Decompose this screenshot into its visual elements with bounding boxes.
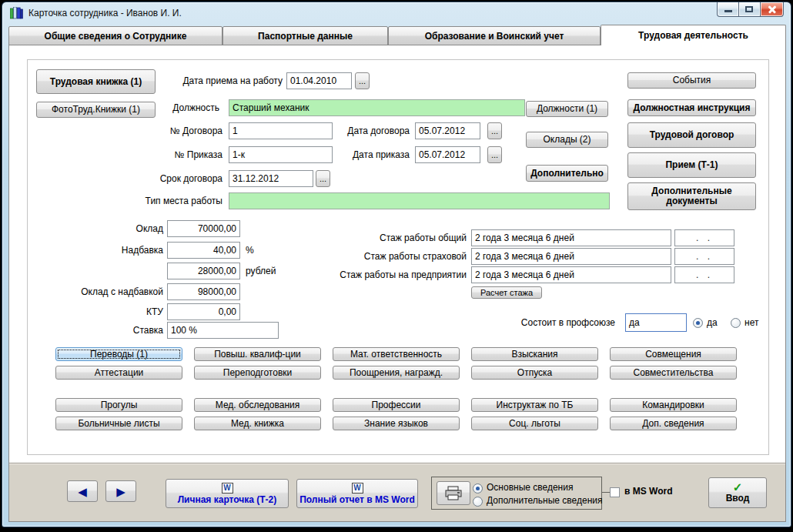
percent-unit-label: % xyxy=(246,242,276,259)
tab-labor-activity[interactable]: Трудовая деятельность xyxy=(601,25,786,45)
personal-card-t2-button[interactable]: W Личная карточка (Т-2) xyxy=(166,479,289,508)
social-benefits-button[interactable]: Соц. льготы xyxy=(471,417,598,430)
arrow-right-icon: ▶ xyxy=(116,487,125,497)
tab-general-info[interactable]: Общие сведения о Сотруднике xyxy=(8,26,223,45)
ms-word-icon: W xyxy=(352,483,363,494)
window-title: Карточка сотрудника - Иванов И. И. xyxy=(28,8,182,18)
restore-button[interactable] xyxy=(739,2,760,17)
union-no-label: нет xyxy=(744,314,758,331)
hire-date-label: Дата приема на работу xyxy=(125,72,283,89)
medical-book-button[interactable]: Мед. книжка xyxy=(194,417,321,430)
attestations-button[interactable]: Аттестации xyxy=(55,366,182,380)
combined-posts-button[interactable]: Совмещения xyxy=(610,347,737,361)
print-button[interactable] xyxy=(437,481,470,505)
salary-base-field[interactable]: 70000,00 xyxy=(167,220,240,237)
workplace-type-field[interactable] xyxy=(229,192,610,209)
union-yes-radio[interactable] xyxy=(693,318,703,328)
tab-education-military[interactable]: Образование и Воинский учет xyxy=(388,26,601,45)
experience-total-label: Стаж работы общий xyxy=(302,229,467,246)
enter-button-label: Ввод xyxy=(726,494,750,504)
additional-info-button[interactable]: Доп. сведения xyxy=(610,417,737,430)
employee-card-window: Карточка сотрудника - Иванов И. И. Общие… xyxy=(2,2,791,527)
retrainings-button[interactable]: Переподготовки xyxy=(194,366,321,380)
labor-contract-button[interactable]: Трудовой договор xyxy=(627,122,756,148)
penalties-button[interactable]: Взыскания xyxy=(471,347,598,361)
contract-term-picker-button[interactable]: ... xyxy=(316,170,330,187)
positions-button[interactable]: Должности (1) xyxy=(526,101,608,117)
union-no-radio[interactable] xyxy=(731,318,741,328)
medical-examinations-button[interactable]: Мед. обследования xyxy=(194,398,321,412)
in-ms-word-checkbox[interactable] xyxy=(610,487,620,497)
qualification-upgrade-button[interactable]: Повыш. квалиф-ции xyxy=(194,347,321,361)
hire-date-field[interactable]: 01.04.2010 xyxy=(286,72,352,89)
calc-experience-button[interactable]: Расчет стажа xyxy=(471,286,542,299)
job-description-button[interactable]: Должностная инструкция xyxy=(627,99,756,116)
order-no-label: № Приказа xyxy=(86,146,223,163)
business-trips-button[interactable]: Командировки xyxy=(610,398,737,412)
minimize-button[interactable] xyxy=(717,2,739,17)
contract-no-label: № Договора xyxy=(86,122,223,139)
contract-date-picker-button[interactable]: ... xyxy=(487,122,502,139)
contract-date-label: Дата договора xyxy=(310,122,410,139)
rubles-unit-label: рублей xyxy=(246,263,292,279)
full-report-word-button[interactable]: W Полный отчет в MS Word xyxy=(296,479,418,508)
workplace-type-label: Тип места работы xyxy=(86,192,223,209)
events-button[interactable]: События xyxy=(627,72,756,89)
bonus-percent-field[interactable]: 40,00 xyxy=(167,242,240,259)
close-button[interactable] xyxy=(760,2,784,17)
rewards-button[interactable]: Поощрения, награжд. xyxy=(333,366,460,380)
restore-icon xyxy=(745,6,753,12)
print-main-radio[interactable] xyxy=(473,483,483,494)
experience-company-field[interactable]: 2 года 3 месяца 6 дней xyxy=(471,266,671,283)
bonus-label: Надбавка xyxy=(25,242,163,259)
next-employee-button[interactable]: ▶ xyxy=(105,480,136,502)
order-date-field[interactable]: 05.07.2012 xyxy=(415,146,480,163)
extra-documents-button[interactable]: Дополнительные документы xyxy=(627,182,756,210)
minimize-icon xyxy=(724,10,732,12)
printer-icon xyxy=(444,486,463,501)
enter-button[interactable]: ✓ Ввод xyxy=(708,477,767,508)
professions-button[interactable]: Профессии xyxy=(333,398,460,412)
absences-button[interactable]: Прогулы xyxy=(55,398,182,412)
material-responsibility-button[interactable]: Мат. ответственность xyxy=(333,347,460,361)
union-field[interactable]: да xyxy=(625,313,687,332)
experience-company-label: Стаж работы на предприятии xyxy=(302,266,467,283)
experience-insurance-date-field[interactable]: . . xyxy=(674,248,734,265)
labor-activity-page: Трудовая книжка (1) ФотоТруд.Книжки (1) … xyxy=(8,45,786,522)
language-skills-button[interactable]: Знание языков xyxy=(333,417,460,430)
secondary-employment-button[interactable]: Совместительства xyxy=(610,366,737,380)
prev-employee-button[interactable]: ◀ xyxy=(67,480,98,502)
contract-date-field[interactable]: 05.07.2012 xyxy=(415,122,480,139)
hire-date-picker-button[interactable]: ... xyxy=(355,72,370,89)
vacations-button[interactable]: Отпуска xyxy=(471,366,598,380)
ktu-field[interactable]: 0,00 xyxy=(167,303,240,320)
ktu-label: КТУ xyxy=(25,303,163,320)
print-additional-radio[interactable] xyxy=(473,497,483,507)
order-date-picker-button[interactable]: ... xyxy=(487,146,502,163)
title-bar: Карточка сотрудника - Иванов И. И. xyxy=(2,2,791,24)
arrow-left-icon: ◀ xyxy=(78,487,87,497)
tab-passport-data[interactable]: Паспортные данные xyxy=(223,26,388,45)
union-yes-label: да xyxy=(707,314,718,331)
safety-briefing-button[interactable]: Инструктаж по ТБ xyxy=(471,398,598,412)
additional-button[interactable]: Дополнительно xyxy=(526,165,608,182)
union-label: Состоит в профсоюзе xyxy=(494,314,615,331)
hiring-t1-button[interactable]: Прием (Т-1) xyxy=(627,152,756,178)
experience-total-date-field[interactable]: . . xyxy=(674,229,734,246)
print-additional-label: Дополнительные сведения xyxy=(487,495,602,506)
sick-leaves-button[interactable]: Больничные листы xyxy=(55,417,182,430)
salary-with-bonus-label: Оклад с надбавкой xyxy=(25,283,163,300)
full-report-word-label: Полный отчет в MS Word xyxy=(299,495,415,505)
experience-total-field[interactable]: 2 года 3 месяца 6 дней xyxy=(471,229,671,246)
transfers-button[interactable]: Переводы (1) xyxy=(55,347,182,361)
salaries-button[interactable]: Оклады (2) xyxy=(526,132,608,148)
rate-field[interactable]: 100 % xyxy=(167,322,279,339)
contract-term-field[interactable]: 31.12.2012 xyxy=(229,170,313,187)
salary-with-bonus-field[interactable]: 98000,00 xyxy=(167,283,240,300)
position-field[interactable]: Старший механик xyxy=(229,99,525,116)
bonus-rubles-field[interactable]: 28000,00 xyxy=(167,263,240,279)
experience-insurance-field[interactable]: 2 года 3 месяца 6 дней xyxy=(471,248,671,265)
in-ms-word-label: в MS Word xyxy=(624,486,672,497)
ms-word-icon: W xyxy=(222,483,233,494)
experience-company-date-field[interactable]: . . xyxy=(674,266,734,283)
